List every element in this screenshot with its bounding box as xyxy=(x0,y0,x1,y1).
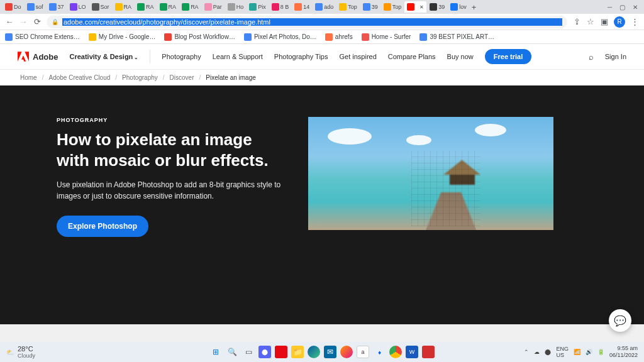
bookmark-favicon-icon xyxy=(89,33,96,41)
browser-tab[interactable]: RA xyxy=(157,1,179,13)
chat-icon: 💬 xyxy=(614,315,626,327)
bookmark-item[interactable]: My Drive - Google… xyxy=(89,33,156,41)
bookmark-item[interactable]: Blog Post Workflow… xyxy=(164,33,235,41)
tab-label: 14 xyxy=(303,4,309,10)
file-explorer-icon[interactable]: 📁 xyxy=(291,346,304,358)
browser-tab[interactable]: 14 xyxy=(292,1,312,13)
crumb-discover[interactable]: Discover xyxy=(170,74,194,81)
taskbar-app[interactable]: ✉ xyxy=(324,346,336,358)
browser-tab[interactable]: 37 xyxy=(47,1,67,13)
signin-link[interactable]: Sign In xyxy=(605,53,626,60)
tab-label: RA xyxy=(146,4,154,10)
browser-tab[interactable]: ✕ xyxy=(404,1,426,13)
browser-tab[interactable]: Sor xyxy=(89,1,112,13)
extensions-icon[interactable]: ▣ xyxy=(600,18,609,26)
tab-label: Sor xyxy=(101,4,109,10)
tab-label: Ho xyxy=(236,4,244,10)
browser-tab[interactable]: sof xyxy=(25,1,46,13)
bookmark-item[interactable]: Pixel Art Photos, Do… xyxy=(244,33,316,41)
bookmark-item[interactable]: SEO Chrome Extens… xyxy=(5,33,80,41)
favicon-icon xyxy=(450,3,458,11)
browser-tab[interactable]: RA xyxy=(135,1,157,13)
browser-tab[interactable]: Ho xyxy=(225,1,247,13)
taskbar-app[interactable]: a xyxy=(357,346,369,358)
new-tab-button[interactable]: + xyxy=(469,1,479,13)
browser-tab[interactable]: Top xyxy=(336,1,360,13)
browser-tab[interactable]: RA xyxy=(179,1,201,13)
nav-tips[interactable]: Photography Tips xyxy=(274,53,328,60)
chrome-icon[interactable] xyxy=(389,346,402,358)
browser-tab[interactable]: ado xyxy=(313,1,336,13)
start-button[interactable]: ⊞ xyxy=(209,346,222,358)
bookmark-item[interactable]: ahrefs xyxy=(325,33,353,41)
battery-icon[interactable]: 🔋 xyxy=(597,349,604,355)
tab-close-icon[interactable]: ✕ xyxy=(419,4,424,10)
bookmark-star-icon[interactable]: ☆ xyxy=(586,18,595,26)
adobe-logo[interactable]: Adobe xyxy=(18,52,58,62)
browser-tabstrip: Dosof37LOSorRARARARAParHoPix8 B14adoTop3… xyxy=(0,0,644,14)
taskbar-app[interactable] xyxy=(275,346,287,358)
crumb-cc[interactable]: Adobe Creative Cloud xyxy=(48,74,110,81)
window-maximize-icon[interactable]: ▢ xyxy=(619,4,625,11)
nav-learn[interactable]: Learn & Support xyxy=(213,53,263,60)
tab-label: sof xyxy=(36,4,43,10)
chat-fab[interactable]: 💬 xyxy=(609,309,631,332)
browser-tab[interactable]: Par xyxy=(202,1,225,13)
browser-menu-icon[interactable]: ⋮ xyxy=(630,18,639,26)
language-indicator[interactable]: ENGUS xyxy=(556,346,569,358)
tab-label: Top xyxy=(348,4,357,10)
taskbar-weather[interactable]: ⛅ 28°C Cloudy xyxy=(6,345,35,359)
window-minimize-icon[interactable]: ─ xyxy=(608,4,612,11)
explore-photoshop-button[interactable]: Explore Photoshop xyxy=(57,216,148,237)
browser-tab[interactable]: lov xyxy=(448,1,469,13)
browser-tab[interactable]: LO xyxy=(67,1,89,13)
taskbar-clock[interactable]: 9:55 am 06/11/2022 xyxy=(609,345,638,359)
forward-button[interactable]: → xyxy=(19,18,28,26)
bookmark-favicon-icon xyxy=(419,33,427,41)
edge-icon[interactable] xyxy=(308,346,320,358)
url-text: adobe.com/creativecloud/photography/disc… xyxy=(62,18,562,26)
reload-button[interactable]: ⟳ xyxy=(33,18,42,26)
browser-tab[interactable]: Pix xyxy=(247,1,269,13)
browser-tab[interactable]: 39 xyxy=(360,1,380,13)
profile-avatar[interactable]: R xyxy=(614,16,625,28)
browser-tab[interactable]: Do xyxy=(3,1,24,13)
bookmark-item[interactable]: 39 BEST PIXEL ART… xyxy=(419,33,494,41)
taskbar-search-icon[interactable]: 🔍 xyxy=(226,346,238,358)
nav-buy[interactable]: Buy now xyxy=(447,53,474,60)
tray-icon[interactable]: ⬤ xyxy=(545,349,551,355)
browser-tab[interactable]: Top xyxy=(381,1,404,13)
firefox-icon[interactable] xyxy=(340,346,353,358)
back-button[interactable]: ← xyxy=(5,18,14,26)
hero-image xyxy=(308,117,553,230)
browser-tab[interactable]: RA xyxy=(113,1,135,13)
nav-creativity[interactable]: Creativity & Design⌄ xyxy=(69,53,138,60)
dropbox-icon[interactable]: ⬧ xyxy=(373,346,386,358)
nav-photography[interactable]: Photography xyxy=(162,53,201,60)
task-view-icon[interactable]: ▭ xyxy=(242,346,255,358)
nav-compare[interactable]: Compare Plans xyxy=(388,53,436,60)
bookmark-item[interactable]: Home - Surfer xyxy=(362,33,411,41)
address-bar[interactable]: 🔒 adobe.com/creativecloud/photography/di… xyxy=(47,16,567,28)
volume-icon[interactable]: 🔊 xyxy=(586,349,592,355)
tray-chevron-icon[interactable]: ⌃ xyxy=(524,349,529,355)
bookmark-favicon-icon xyxy=(244,33,252,41)
breadcrumb: Home/ Adobe Creative Cloud/ Photography/… xyxy=(0,69,644,85)
taskbar-app[interactable]: ⬤ xyxy=(258,346,271,358)
nav-inspired[interactable]: Get inspired xyxy=(339,53,376,60)
window-close-icon[interactable]: ✕ xyxy=(633,4,638,11)
taskbar-app[interactable] xyxy=(422,346,435,358)
tab-label: Pix xyxy=(258,4,266,10)
crumb-photo[interactable]: Photography xyxy=(122,74,158,81)
wifi-icon[interactable]: 📶 xyxy=(574,349,580,355)
taskbar-center: ⊞ 🔍 ▭ ⬤ 📁 ✉ a ⬧ W xyxy=(209,346,435,358)
share-icon[interactable]: ⇪ xyxy=(572,18,581,26)
favicon-icon xyxy=(49,3,57,11)
free-trial-button[interactable]: Free trial xyxy=(485,49,531,64)
browser-tab[interactable]: 8 B xyxy=(269,1,292,13)
browser-tab[interactable]: 39 xyxy=(427,1,447,13)
crumb-home[interactable]: Home xyxy=(20,74,37,81)
onedrive-icon[interactable]: ☁ xyxy=(534,349,540,355)
search-icon[interactable]: ⌕ xyxy=(589,52,594,62)
word-icon[interactable]: W xyxy=(406,346,418,358)
